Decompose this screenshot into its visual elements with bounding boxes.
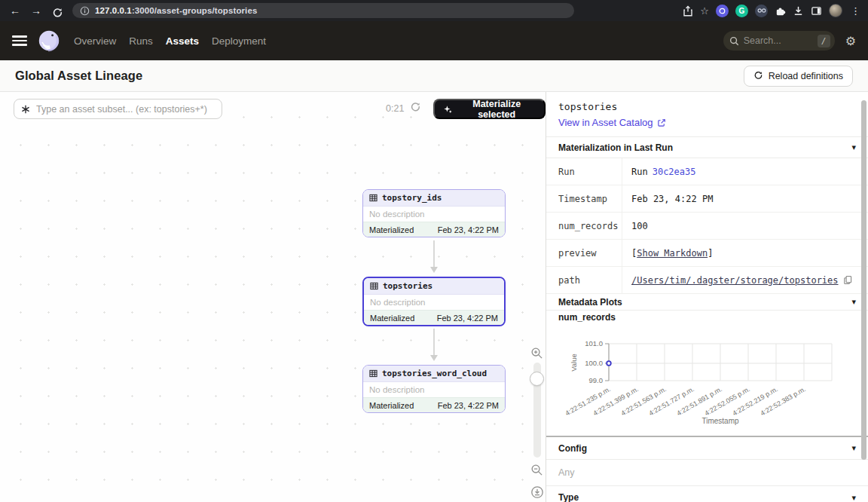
graph-refresh-button[interactable] xyxy=(410,102,421,113)
dagster-logo[interactable] xyxy=(38,29,60,52)
nav-tab-assets[interactable]: Assets xyxy=(166,35,199,47)
metadata-row-path: path /Users/tim/.dagster/storage/topstor… xyxy=(546,267,868,294)
section-materialization-last-run[interactable]: Materialization in Last Run ▾ xyxy=(546,137,868,158)
zoom-to-fit-button[interactable] xyxy=(530,485,544,499)
zoom-in-button[interactable] xyxy=(530,347,543,360)
lineage-edge-arrow xyxy=(433,240,435,271)
hamburger-menu-icon[interactable] xyxy=(12,35,27,46)
browser-reload-button[interactable] xyxy=(48,3,66,19)
view-in-asset-catalog-label: View in Asset Catalog xyxy=(558,117,653,128)
config-value: Any xyxy=(546,460,868,486)
plot-metric-name: num_records xyxy=(558,312,616,323)
page-header: Global Asset Lineage Reload definitions xyxy=(0,60,868,92)
asset-timestamp: Feb 23, 4:22 PM xyxy=(438,401,499,410)
grammarly-g: G xyxy=(739,7,745,15)
asset-node-header: topstories xyxy=(364,278,504,295)
row-label: Timestamp xyxy=(546,185,622,212)
asset-node-topstory-ids[interactable]: topstory_ids No description Materialized… xyxy=(362,189,506,237)
row-label: path xyxy=(546,267,622,293)
path-link[interactable]: /Users/tim/.dagster/storage/topstories xyxy=(631,275,839,286)
share-icon[interactable] xyxy=(683,5,693,17)
chevron-down-icon[interactable]: ▾ xyxy=(851,297,856,307)
chevron-down-icon[interactable]: ▾ xyxy=(851,142,856,152)
section-title: Type xyxy=(558,492,579,502)
browser-back-button[interactable]: ← xyxy=(6,0,24,21)
section-type[interactable]: Type ▾ xyxy=(546,486,868,502)
detail-panel-scrollbar[interactable] xyxy=(861,100,866,460)
nav-tab-runs[interactable]: Runs xyxy=(129,35,153,47)
section-metadata-plots[interactable]: Metadata Plots ▾ xyxy=(546,294,868,311)
downloads-icon[interactable] xyxy=(793,5,804,17)
asset-filter-input[interactable] xyxy=(36,104,215,115)
asset-subset-icon xyxy=(20,104,31,115)
selected-asset-name: topstories xyxy=(558,101,856,112)
y-axis-title: Value xyxy=(570,354,578,372)
nav-tab-overview[interactable]: Overview xyxy=(74,35,116,47)
page-title: Global Asset Lineage xyxy=(15,69,142,83)
global-search[interactable]: / xyxy=(723,31,835,51)
table-icon xyxy=(369,369,377,378)
browser-actions: ☆ G xyxy=(683,4,862,17)
url-text: 127.0.0.1:3000/asset-groups/topstories xyxy=(95,6,257,15)
browser-profile-avatar[interactable] xyxy=(829,4,842,17)
search-icon xyxy=(729,36,739,46)
chevron-down-icon[interactable]: ▾ xyxy=(851,493,856,502)
show-markdown-link[interactable]: Show Markdown xyxy=(637,248,708,259)
bracket-open: [ xyxy=(631,248,637,259)
x-tick-label: 4:22:51.235 p.m. xyxy=(564,385,612,417)
reload-definitions-button[interactable]: Reload definitions xyxy=(744,66,853,87)
site-info-icon[interactable] xyxy=(80,6,90,16)
glasses-extension-icon[interactable] xyxy=(755,5,768,17)
asset-node-topstories-word-cloud[interactable]: topstories_word_cloud No description Mat… xyxy=(362,365,506,413)
asset-timestamp: Feb 23, 4:22 PM xyxy=(437,314,498,323)
materialize-selected-button[interactable]: Materialize selected xyxy=(433,99,546,119)
extensions-puzzle-icon[interactable] xyxy=(775,5,786,17)
refresh-icon xyxy=(410,102,421,113)
zoom-slider-handle[interactable] xyxy=(530,372,544,386)
copy-clipboard-icon[interactable] xyxy=(843,275,853,285)
browser-menu-icon[interactable]: ⋮ xyxy=(849,5,862,17)
grammarly-extension-icon[interactable]: G xyxy=(735,5,748,17)
settings-gear-icon[interactable]: ⚙ xyxy=(845,34,856,48)
asset-name: topstories xyxy=(383,281,432,291)
asset-graph-panel[interactable]: 0:21 Materialize selected xyxy=(0,92,546,502)
timestamp-value: Feb 23, 4:22 PM xyxy=(622,185,868,212)
asset-name: topstory_ids xyxy=(382,193,442,203)
asset-status: Materialized xyxy=(369,401,414,410)
asset-node-topstories[interactable]: topstories No description Materialized F… xyxy=(362,277,506,326)
materialize-selected-label: Materialize selected xyxy=(457,99,536,120)
url-path: :3000/asset-groups/topstories xyxy=(132,6,258,15)
side-panel-icon[interactable] xyxy=(811,5,822,17)
row-label: Run xyxy=(546,158,622,185)
password-manager-extension-icon[interactable] xyxy=(716,5,729,17)
view-in-asset-catalog-link[interactable]: View in Asset Catalog xyxy=(558,117,856,128)
browser-toolbar: ← → 127.0.0.1:3000/asset-groups/topstori… xyxy=(0,0,868,21)
section-title: Materialization in Last Run xyxy=(558,142,673,153)
glasses-icon xyxy=(757,8,766,14)
asset-status: Materialized xyxy=(370,314,414,323)
section-config[interactable]: Config ▾ xyxy=(546,437,868,460)
external-link-icon xyxy=(657,118,666,127)
asset-node-header: topstories_word_cloud xyxy=(363,366,505,382)
dagster-app-window: ← → 127.0.0.1:3000/asset-groups/topstori… xyxy=(0,0,868,502)
bookmark-star-icon[interactable]: ☆ xyxy=(700,5,709,17)
chevron-down-icon[interactable]: ▾ xyxy=(851,443,856,453)
zoom-out-button[interactable] xyxy=(530,464,543,476)
metadata-row-run: Run Run 30c2ea35 xyxy=(546,158,868,185)
address-bar[interactable]: 127.0.0.1:3000/asset-groups/topstories xyxy=(72,3,574,18)
asset-node-header: topstory_ids xyxy=(363,190,505,207)
asset-description: No description xyxy=(363,382,505,397)
asset-filter[interactable] xyxy=(14,99,222,119)
data-point[interactable] xyxy=(607,361,611,366)
app-navbar: Overview Runs Assets Deployment / ⚙ xyxy=(0,21,868,60)
query-timer: 0:21 xyxy=(386,103,404,114)
main-content: 0:21 Materialize selected xyxy=(0,92,868,502)
nav-tab-deployment[interactable]: Deployment xyxy=(212,35,266,47)
search-input[interactable] xyxy=(744,35,813,46)
metadata-row-num-records: num_records 100 xyxy=(546,213,868,240)
lineage-edge-arrow xyxy=(433,329,435,360)
browser-forward-button[interactable]: → xyxy=(27,0,45,21)
dagster-octopus-icon xyxy=(38,29,60,52)
run-id-link[interactable]: 30c2ea35 xyxy=(653,167,696,177)
bracket-close: ] xyxy=(708,248,713,259)
